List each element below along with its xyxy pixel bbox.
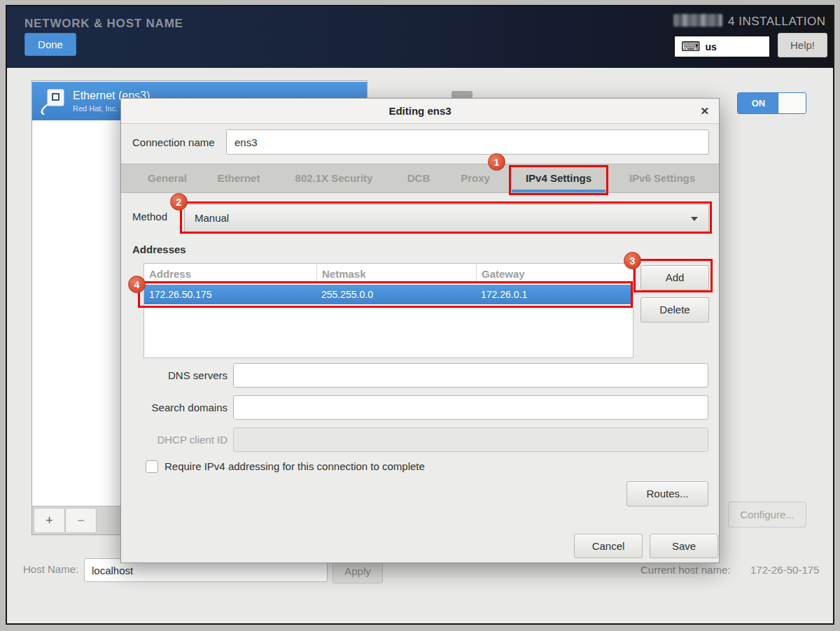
annotation-badge-3: 3 [624,252,641,269]
editing-dialog: Editing ens3 ✕ Connection name General E… [120,98,720,563]
current-host-name-value: 172-26-50-175 [750,564,819,576]
toggle-on-label: ON [738,93,779,113]
addresses-table[interactable]: Address Netmask Gateway 172.26.50.175 25… [144,263,634,358]
dns-servers-label: DNS servers [132,369,227,381]
cancel-button[interactable]: Cancel [574,534,643,558]
configure-button[interactable]: Configure... [728,502,806,527]
connection-name-input[interactable] [226,129,709,155]
remove-device-button[interactable]: − [65,508,97,533]
routes-button[interactable]: Routes... [626,481,708,506]
done-button[interactable]: Done [24,33,76,56]
save-button[interactable]: Save [650,534,718,558]
close-icon[interactable]: ✕ [700,99,709,124]
help-button[interactable]: Help! [778,33,827,57]
method-label: Method [132,211,167,222]
add-device-button[interactable]: + [34,508,65,533]
keyboard-layout-label: us [705,41,716,52]
annotation-box-address-row [138,281,633,308]
installation-title: 4 INSTALLATION [728,15,826,29]
annotation-badge-2: 2 [170,193,188,211]
annotation-box-add [634,259,713,292]
annotation-box-method [180,201,712,234]
tab-general[interactable]: General [138,164,197,192]
annotation-badge-1: 1 [488,153,505,171]
keyboard-layout-indicator[interactable]: ⌨ us [674,36,770,57]
annotation-badge-4: 4 [128,276,146,293]
dns-servers-input[interactable] [233,363,708,388]
dialog-titlebar[interactable]: Editing ens3 ✕ [121,99,719,124]
host-name-label: Host Name: [23,563,78,575]
addresses-heading: Addresses [132,243,186,255]
keyboard-icon: ⌨ [681,40,700,53]
dhcp-client-id-input [233,427,708,452]
network-on-off-toggle[interactable]: ON [737,92,806,114]
page-title: NETWORK & HOST NAME [24,17,183,31]
tab-dcb[interactable]: DCB [397,164,440,192]
dhcp-client-id-label: DHCP client ID [132,434,227,446]
settings-tabbar: General Ethernet 802.1X Security DCB Pro… [121,164,719,193]
redacted-product-name [673,14,722,27]
require-ipv4-label: Require IPv4 addressing for this connect… [164,460,425,472]
current-host-name-label: Current host name: [640,564,730,576]
tab-8021x-security[interactable]: 802.1X Security [281,164,387,192]
require-ipv4-checkbox[interactable] [146,460,158,473]
search-domains-input[interactable] [233,395,708,420]
delete-button[interactable]: Delete [640,297,709,322]
annotation-box-ipv4-tab [509,165,608,195]
search-domains-label: Search domains [132,402,227,413]
toggle-handle[interactable] [778,93,806,113]
ethernet-icon [38,87,66,115]
apply-button[interactable]: Apply [332,560,383,583]
tab-ethernet[interactable]: Ethernet [206,164,271,192]
dialog-title: Editing ens3 [121,99,719,124]
top-banner: NETWORK & HOST NAME Done 4 INSTALLATION … [7,6,833,68]
connection-name-label: Connection name [132,136,215,148]
tab-ipv6-settings[interactable]: IPv6 Settings [615,164,709,192]
